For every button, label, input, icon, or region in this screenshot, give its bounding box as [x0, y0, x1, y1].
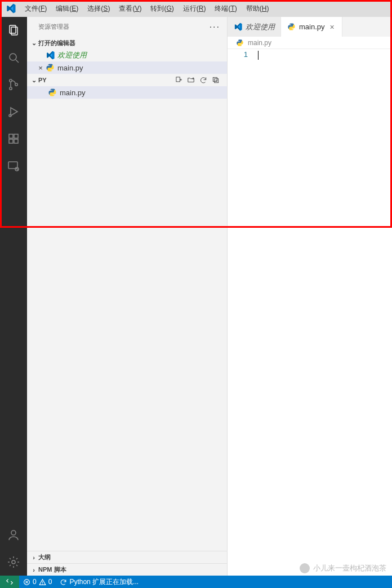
chevron-right-icon: › [29, 567, 38, 573]
svg-point-30 [42, 583, 43, 584]
close-icon[interactable]: × [36, 64, 45, 72]
code-content[interactable] [255, 49, 392, 576]
activity-bar [0, 17, 27, 576]
tab-mainpy-label: main.py [299, 23, 325, 31]
outline-label: 大纲 [38, 553, 51, 562]
vscode-logo-icon [5, 2, 17, 15]
sidebar-header: 资源管理器 ··· [27, 17, 227, 37]
python-file-icon [287, 23, 296, 32]
breadcrumb-file: main.py [248, 39, 271, 47]
file-mainpy-label: main.py [60, 89, 86, 97]
menu-edit[interactable]: 编辑(E) [51, 0, 83, 17]
chevron-right-icon: › [29, 554, 38, 561]
vscode-logo-icon [45, 50, 55, 60]
activity-settings[interactable] [0, 549, 27, 576]
new-folder-icon[interactable] [186, 76, 195, 85]
menu-bar: 文件(F) 编辑(E) 选择(S) 查看(V) 转到(G) 运行(R) 终端(T… [0, 0, 392, 17]
svg-rect-0 [10, 25, 16, 33]
svg-point-16 [11, 530, 16, 535]
close-icon[interactable]: × [328, 23, 336, 32]
svg-line-3 [16, 60, 19, 63]
python-file-icon [45, 63, 55, 73]
npm-scripts-label: NPM 脚本 [38, 565, 66, 574]
open-editor-mainpy-label: main.py [57, 64, 83, 72]
breadcrumbs[interactable]: main.py [228, 37, 392, 49]
code-editor[interactable]: 1 [228, 49, 392, 576]
svg-rect-10 [9, 139, 13, 143]
menu-file[interactable]: 文件(F) [20, 0, 51, 17]
svg-point-6 [15, 83, 17, 86]
svg-rect-1 [11, 27, 17, 35]
status-warnings-count: 0 [48, 578, 52, 586]
activity-source-control[interactable] [0, 71, 27, 98]
refresh-icon[interactable] [199, 76, 208, 85]
line-number-1: 1 [228, 50, 248, 59]
sidebar-title: 资源管理器 [38, 23, 69, 31]
svg-marker-7 [11, 108, 17, 116]
svg-point-4 [10, 79, 12, 82]
svg-rect-12 [14, 134, 18, 138]
editor-tabs: 欢迎使用 main.py × [228, 17, 392, 37]
sidebar-more-icon[interactable]: ··· [210, 22, 220, 32]
menu-go[interactable]: 转到(G) [146, 0, 178, 17]
activity-accounts[interactable] [0, 521, 27, 549]
menu-help[interactable]: 帮助(H) [242, 0, 274, 17]
activity-explorer[interactable] [0, 17, 27, 44]
open-editor-welcome[interactable]: 欢迎使用 [27, 49, 227, 61]
menu-run[interactable]: 运行(R) [179, 0, 211, 17]
status-bar: 0 0 Python 扩展正在加载... [0, 576, 392, 588]
new-file-icon[interactable] [174, 76, 183, 85]
open-editor-welcome-label: 欢迎使用 [57, 50, 87, 60]
outline-header[interactable]: › 大纲 [27, 551, 227, 563]
npm-scripts-header[interactable]: › NPM 脚本 [27, 563, 227, 576]
text-cursor [258, 51, 259, 60]
status-errors-count: 0 [33, 578, 37, 586]
svg-point-17 [12, 560, 15, 564]
python-file-icon [235, 38, 244, 47]
status-python-loading[interactable]: Python 扩展正在加载... [56, 576, 142, 588]
line-gutter: 1 [228, 49, 255, 576]
menu-selection[interactable]: 选择(S) [83, 0, 114, 17]
tab-mainpy[interactable]: main.py × [281, 17, 342, 37]
folder-label: PY [38, 77, 47, 83]
chevron-down-icon: ⌄ [29, 77, 38, 84]
activity-search[interactable] [0, 44, 27, 71]
activity-extensions[interactable] [0, 125, 27, 152]
vscode-logo-icon [233, 23, 242, 32]
status-problems[interactable]: 0 0 [19, 576, 56, 588]
svg-point-8 [9, 114, 11, 117]
activity-run-debug[interactable] [0, 98, 27, 125]
tab-welcome[interactable]: 欢迎使用 [228, 17, 281, 37]
sidebar-bottom-sections: › 大纲 › NPM 脚本 [27, 551, 227, 576]
status-loading-text: Python 扩展正在加载... [69, 577, 139, 587]
svg-rect-11 [14, 139, 18, 143]
tab-welcome-label: 欢迎使用 [246, 22, 275, 32]
python-file-icon [47, 87, 57, 98]
menu-view[interactable]: 查看(V) [114, 0, 146, 17]
folder-header[interactable]: ⌄ PY [27, 74, 227, 86]
menu-terminal[interactable]: 终端(T) [210, 0, 241, 17]
open-editor-mainpy[interactable]: × main.py [27, 61, 227, 74]
svg-rect-9 [9, 134, 13, 138]
open-editors-header[interactable]: ⌄ 打开的编辑器 [27, 37, 227, 49]
file-mainpy[interactable]: main.py [27, 86, 227, 99]
editor-group: 欢迎使用 main.py × main.py 1 [228, 17, 392, 576]
svg-rect-18 [176, 77, 180, 82]
activity-remote-explorer[interactable] [0, 152, 27, 179]
svg-point-2 [10, 54, 16, 60]
open-editors-label: 打开的编辑器 [38, 39, 75, 47]
svg-point-5 [10, 87, 12, 90]
collapse-all-icon[interactable] [211, 76, 220, 85]
remote-indicator[interactable] [0, 576, 19, 588]
explorer-sidebar: 资源管理器 ··· ⌄ 打开的编辑器 欢迎使用 [27, 17, 228, 576]
chevron-down-icon: ⌄ [29, 39, 38, 47]
